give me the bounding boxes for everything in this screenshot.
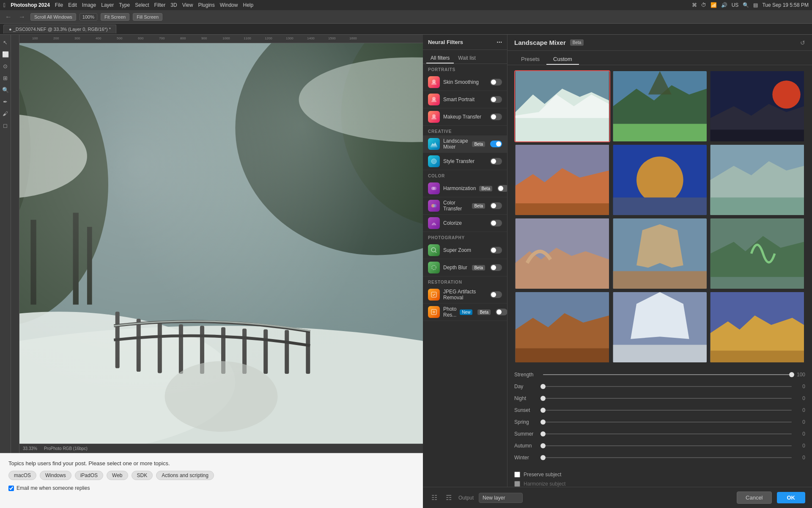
filter-photo-restoration[interactable]: Photo Res... New Beta [423,304,507,321]
filter-smart-portrait[interactable]: Smart Portrait [423,91,507,108]
slider-track-spring[interactable] [543,422,792,422]
slider-track-winter[interactable] [543,457,792,458]
lasso-tool[interactable]: ⊙ [1,62,10,70]
tag-actions[interactable]: Actions and scripting [156,471,214,480]
fit-screen-button[interactable]: Fit Screen [101,13,129,21]
tag-macos[interactable]: macOS [8,471,36,480]
canvas-image[interactable]: 33.33% ProPhoto RGB (16bpc) [19,43,423,453]
back-button[interactable]: ← [3,11,14,22]
tab-all-filters[interactable]: All filters [426,53,454,64]
slider-track-autumn[interactable] [543,445,792,446]
tag-web[interactable]: Web [107,471,128,480]
menu-image[interactable]: Image [82,2,96,8]
slider-track-night[interactable] [543,398,792,399]
layers-button[interactable]: ☶ [444,492,453,503]
depth-blur-toggle[interactable] [490,264,502,271]
more-options-icon[interactable]: ⋯ [497,39,502,45]
canvas-tab[interactable]: ● _DSC0074.NEF @ 33.3% (Layer 0, RGB/16*… [3,25,116,33]
search-icon[interactable]: 🔍 [743,2,749,8]
email-checkbox[interactable] [8,486,14,491]
harmonization-toggle[interactable] [497,185,508,192]
preset-thumb-3[interactable] [709,70,805,142]
brush-tool[interactable]: 🖌 [1,109,10,118]
filter-jpeg-removal[interactable]: JPEG Artifacts Removal [423,286,507,304]
app-name[interactable]: Photoshop 2024 [11,2,50,8]
ok-button[interactable]: OK [777,492,806,503]
panel-view-toggle-button[interactable]: ☷ [430,492,439,503]
filter-color-transfer[interactable]: Color Transfer Beta [423,197,507,215]
slider-track-summer[interactable] [543,433,792,434]
slider-thumb-night[interactable] [540,396,546,401]
super-zoom-toggle[interactable] [490,247,502,254]
menu-plugins[interactable]: Plugins [198,2,214,8]
move-tool[interactable]: ↖ [1,38,10,47]
menu-filter[interactable]: Filter [154,2,166,8]
slider-thumb-summer[interactable] [540,431,546,436]
preset-thumb-8[interactable] [612,218,708,290]
slider-track-sunset[interactable] [543,410,792,411]
color-transfer-toggle[interactable] [490,202,502,209]
preset-thumb-6[interactable] [709,144,805,216]
filter-depth-blur[interactable]: Depth Blur Beta [423,259,507,276]
tag-sdk[interactable]: SDK [132,471,153,480]
slider-thumb-autumn[interactable] [540,443,546,448]
forward-button[interactable]: → [17,11,27,22]
slider-track-day[interactable] [543,386,792,387]
skin-smoothing-toggle[interactable] [490,79,502,86]
preset-thumb-5[interactable] [612,144,708,216]
makeup-transfer-toggle[interactable] [490,113,502,120]
menu-select[interactable]: Select [135,2,149,8]
tab-presets[interactable]: Presets [514,54,546,65]
photo-restoration-toggle[interactable] [496,309,508,315]
filter-landscape-mixer[interactable]: Landscape Mixer Beta [423,135,507,153]
tab-custom[interactable]: Custom [546,54,579,65]
menu-help[interactable]: Help [243,2,253,8]
filter-harmonization[interactable]: Harmonization Beta [423,180,507,197]
jpeg-removal-toggle[interactable] [490,291,502,298]
slider-track-strength[interactable] [543,374,792,375]
menu-type[interactable]: Type [119,2,130,8]
landscape-mixer-toggle[interactable] [490,141,502,147]
crop-tool[interactable]: ⊞ [1,74,10,82]
style-transfer-toggle[interactable] [490,158,502,165]
marquee-tool[interactable]: ⬜ [1,50,10,58]
menu-edit[interactable]: Edit [68,2,77,8]
slider-thumb-winter[interactable] [540,455,546,460]
smart-portrait-toggle[interactable] [490,96,502,103]
filter-style-transfer[interactable]: Style Transfer [423,153,507,170]
colorize-toggle[interactable] [490,220,502,226]
menu-layer[interactable]: Layer [101,2,114,8]
tab-wait-list[interactable]: Wait list [454,53,480,64]
cancel-button[interactable]: Cancel [737,491,771,504]
slider-thumb-day[interactable] [540,384,546,389]
tag-windows[interactable]: Windows [40,471,71,480]
preset-thumb-10[interactable] [514,291,610,363]
apple-menu-icon[interactable]:  [3,2,5,8]
display-icon[interactable]: ▤ [753,2,758,8]
eyedropper-tool[interactable]: ✒ [1,97,10,106]
slider-thumb-strength[interactable] [789,372,794,377]
menu-view[interactable]: View [182,2,193,8]
filter-super-zoom[interactable]: Super Zoom [423,242,507,259]
preset-thumb-11[interactable] [612,291,708,363]
preserve-subject-checkbox[interactable] [514,472,520,478]
preset-thumb-2[interactable] [612,70,708,142]
slider-thumb-sunset[interactable] [540,408,546,413]
fill-screen-button[interactable]: Fill Screen [133,13,162,21]
output-select[interactable]: New layer Smart object Current layer [479,493,523,503]
harmonize-subject-checkbox[interactable] [514,481,520,487]
mixer-reset-button[interactable]: ↺ [800,39,805,46]
preset-thumb-7[interactable] [514,218,610,290]
slider-thumb-spring[interactable] [540,420,546,425]
filter-colorize[interactable]: Colorize [423,215,507,232]
filter-makeup-transfer[interactable]: Makeup Transfer [423,108,507,126]
filter-skin-smoothing[interactable]: Skin Smoothing [423,74,507,91]
preset-thumb-4[interactable] [514,144,610,216]
zoom-tool[interactable]: 🔍 [1,86,10,94]
menu-window[interactable]: Window [220,2,238,8]
preset-thumb-12[interactable] [709,291,805,363]
scroll-all-windows-button[interactable]: Scroll All Windows [30,13,76,21]
preset-thumb-1[interactable] [514,70,610,142]
tag-ipados[interactable]: iPadOS [75,471,103,480]
zoom-level[interactable]: 100% [80,13,97,21]
